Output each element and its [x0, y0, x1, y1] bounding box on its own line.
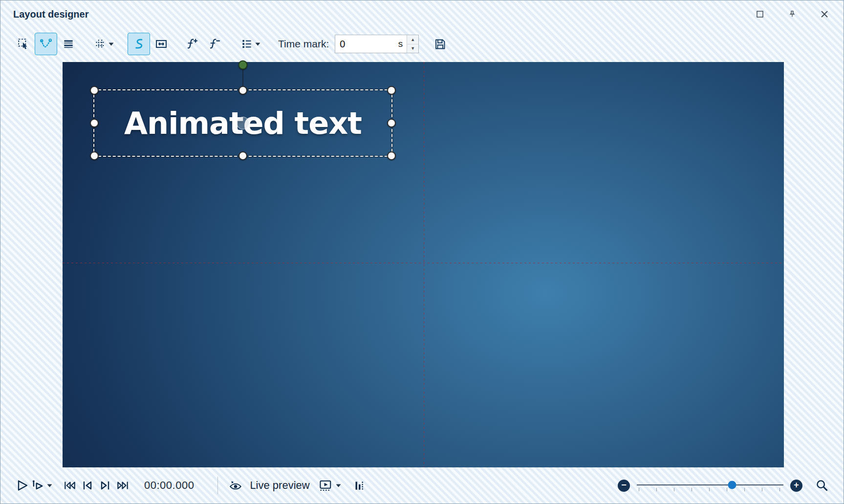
- spinner-up-button[interactable]: ▲: [407, 35, 418, 44]
- close-icon: [820, 10, 829, 19]
- horizontal-center-guide: [63, 263, 784, 263]
- maximize-icon: [756, 10, 764, 19]
- chevron-down-icon: [255, 42, 260, 46]
- zoom-slider[interactable]: [637, 478, 783, 493]
- time-mark-unit: s: [398, 35, 407, 53]
- stats-icon: [352, 479, 365, 492]
- zoom-slider-ticks: [639, 488, 781, 491]
- play-icon: [15, 479, 29, 492]
- plus-icon: +: [794, 481, 799, 489]
- rotation-handle[interactable]: [238, 61, 248, 70]
- time-mark-field: s ▲ ▼: [335, 35, 419, 53]
- tracks-list-toggle-button[interactable]: [57, 33, 80, 55]
- function-plus-icon: [185, 37, 198, 51]
- transform-tool-button[interactable]: [150, 33, 173, 55]
- play-marker-icon: [31, 479, 44, 492]
- center-handle[interactable]: [237, 117, 249, 129]
- save-layout-button[interactable]: [429, 33, 451, 55]
- skip-start-icon: [63, 479, 77, 492]
- resize-handle-n[interactable]: [238, 86, 247, 95]
- save-icon: [433, 38, 447, 51]
- keyframe-curve-icon: [39, 37, 53, 51]
- next-frame-icon: [98, 479, 112, 492]
- resize-handle-se[interactable]: [387, 151, 396, 160]
- next-frame-button[interactable]: [96, 475, 114, 496]
- magnifier-icon: [815, 479, 829, 492]
- time-mark-group: Time mark: s ▲ ▼: [278, 35, 419, 53]
- list-icon: [240, 38, 253, 50]
- selected-text-element[interactable]: Animated text: [93, 89, 392, 157]
- tracks-icon: [62, 38, 75, 50]
- fast-forward-icon: [116, 479, 130, 492]
- play-button[interactable]: [13, 475, 31, 496]
- window-title: Layout designer: [13, 9, 88, 20]
- prev-frame-icon: [81, 479, 94, 492]
- time-display: 00:00.000: [144, 479, 194, 492]
- grid-options-button[interactable]: [87, 33, 120, 55]
- path-icon: [132, 37, 146, 51]
- eye-icon: [229, 479, 242, 492]
- resize-handle-sw[interactable]: [90, 151, 99, 160]
- keyframe-list-button[interactable]: [233, 33, 267, 55]
- previous-frame-button[interactable]: [79, 475, 96, 496]
- resize-handle-ne[interactable]: [387, 86, 396, 95]
- minus-icon: −: [621, 481, 627, 489]
- zoom-slider-thumb[interactable]: [728, 481, 736, 489]
- zoom-fit-button[interactable]: [813, 475, 831, 496]
- remove-keyframe-button[interactable]: [203, 33, 225, 55]
- zoom-slider-track: [637, 484, 783, 485]
- preview-screen-icon: [319, 479, 333, 492]
- select-tool-icon: [17, 38, 30, 50]
- maximize-button[interactable]: [754, 8, 766, 21]
- layout-designer-window: Layout designer: [0, 0, 844, 504]
- close-button[interactable]: [818, 8, 831, 21]
- skip-to-start-button[interactable]: [61, 475, 79, 496]
- select-tool-button[interactable]: [12, 33, 35, 55]
- chevron-down-icon: [336, 484, 341, 487]
- resize-handle-e[interactable]: [387, 119, 396, 127]
- transform-icon: [154, 37, 168, 51]
- time-mark-label: Time mark:: [278, 38, 329, 50]
- titlebar: Layout designer: [0, 0, 844, 28]
- divider: [217, 477, 218, 494]
- grid-icon: [94, 38, 107, 50]
- pin-icon: [788, 10, 797, 19]
- resize-handle-nw[interactable]: [90, 86, 99, 95]
- fast-forward-button[interactable]: [114, 475, 131, 496]
- keyframe-curve-toggle-button[interactable]: [35, 33, 57, 55]
- chevron-down-icon: [47, 484, 52, 487]
- toolbar: Time mark: s ▲ ▼: [0, 29, 844, 59]
- window-controls: [754, 8, 831, 21]
- zoom-in-button[interactable]: +: [790, 480, 802, 492]
- chevron-down-icon: [108, 42, 114, 46]
- spinner-down-button[interactable]: ▼: [407, 44, 418, 53]
- preview-display-button[interactable]: [319, 475, 341, 496]
- animation-path-toggle-button[interactable]: [128, 33, 150, 55]
- resize-handle-w[interactable]: [90, 119, 99, 127]
- function-minus-icon: [207, 37, 221, 51]
- zoom-out-button[interactable]: −: [618, 480, 630, 492]
- statistics-button[interactable]: [350, 475, 368, 496]
- time-mark-input[interactable]: [335, 35, 384, 53]
- live-preview-toggle[interactable]: Live preview: [229, 475, 309, 496]
- time-mark-spinner: ▲ ▼: [407, 35, 418, 53]
- playback-bar: 00:00.000 Live preview: [0, 470, 844, 501]
- resize-handle-s[interactable]: [238, 151, 247, 160]
- design-canvas[interactable]: Animated text: [63, 62, 784, 467]
- play-from-marker-button[interactable]: [31, 475, 52, 496]
- zoom-controls: − +: [618, 475, 831, 496]
- pin-button[interactable]: [786, 8, 799, 21]
- vertical-center-guide: [424, 62, 424, 467]
- live-preview-label: Live preview: [250, 479, 309, 492]
- add-keyframe-button[interactable]: [180, 33, 203, 55]
